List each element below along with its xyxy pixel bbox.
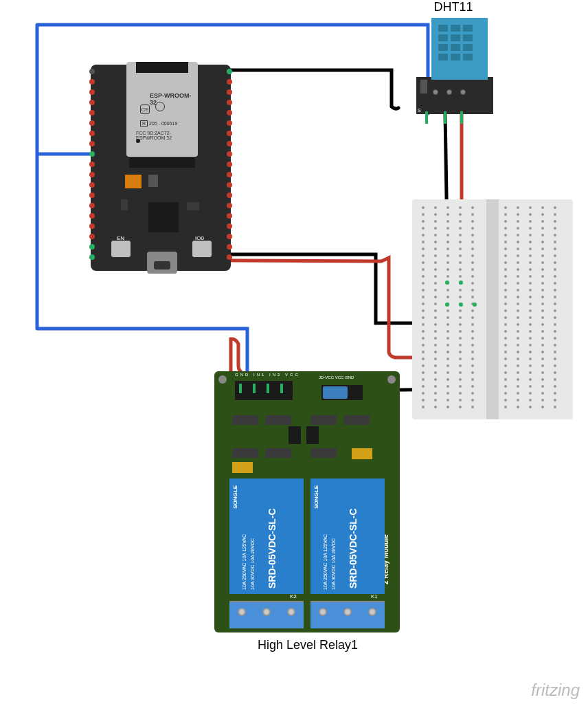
relay-module: 2 Relay Module GND IN1 IN2 VCC JD-VCC VC… — [214, 371, 400, 632]
dht-label: DHT11 — [412, 0, 495, 14]
esp-usb-port — [147, 252, 177, 274]
relay-input-header — [235, 381, 293, 400]
dht-pin-s: S — [418, 108, 421, 113]
esp-io0-label: IO0 — [195, 235, 204, 241]
esp32-devkit: ESP-WROOM-32 CE R 205 - 000519 FCC 9D:2A… — [91, 65, 231, 271]
dht11-module: S — [416, 77, 493, 114]
esp-en-label: EN — [117, 235, 124, 241]
esp-button-io0 — [192, 241, 212, 257]
relay-block-1: SONGLE 10A 250VAC 10A 125VAC 10A 30VDC 1… — [229, 478, 304, 594]
relay-jumper — [321, 385, 363, 400]
dht-sensor-body — [431, 18, 488, 80]
esp-button-en — [111, 241, 131, 257]
relay-k2-label: K2 — [290, 593, 297, 600]
esp-fcc: FCC 9D:2AC72-ESPWROOM 32 — [136, 131, 198, 140]
relay-k1-label: K1 — [371, 593, 378, 600]
relay-terminal-k2 — [229, 601, 304, 628]
esp-metal-shield: ESP-WROOM-32 CE R 205 - 000519 FCC 9D:2A… — [126, 62, 198, 157]
relay-label: High Level Relay1 — [239, 638, 376, 652]
relay-terminal-k1 — [310, 601, 385, 628]
breadboard — [412, 199, 573, 419]
watermark: fritzing — [531, 681, 580, 700]
esp-serial: 205 - 000519 — [149, 121, 177, 126]
relay-block-2: SONGLE 10A 250VAC 10A 125VAC 10A 30VDC 1… — [310, 478, 385, 594]
